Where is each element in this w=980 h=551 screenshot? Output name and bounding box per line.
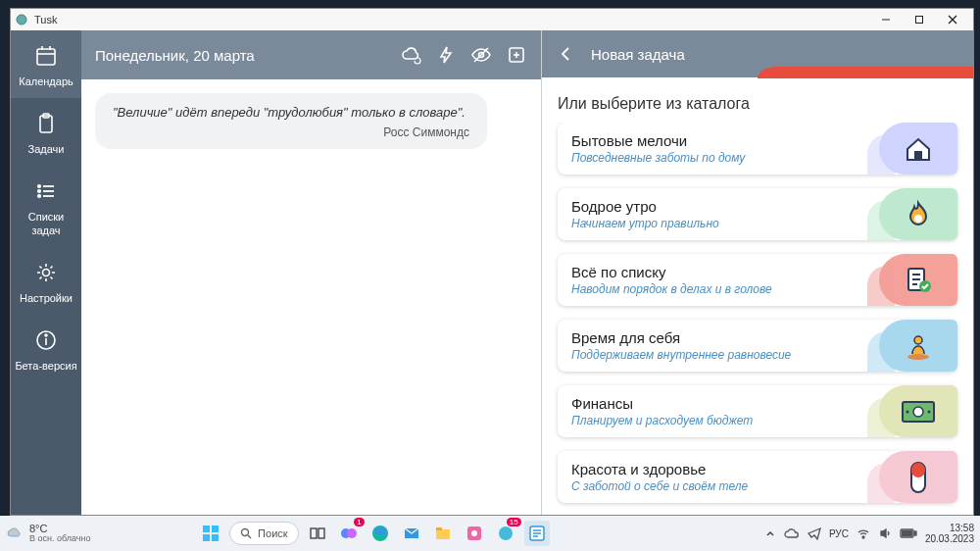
app-icon-blue[interactable]: 15 — [493, 521, 518, 546]
start-button[interactable] — [198, 521, 223, 546]
maximize-button[interactable] — [903, 9, 936, 30]
sidebar-label: Бета-версия — [15, 360, 76, 373]
app-icon-pink[interactable] — [462, 521, 487, 546]
card-subtitle: Начинаем утро правильно — [571, 217, 879, 230]
lightning-icon[interactable] — [435, 44, 457, 66]
svg-rect-42 — [203, 526, 210, 532]
card-title: Красота и здоровье — [571, 461, 879, 477]
taskview-icon[interactable] — [305, 521, 330, 546]
gear-icon — [32, 259, 60, 286]
clock-date: 20.03.2023 — [925, 533, 974, 544]
mail-icon[interactable] — [399, 521, 424, 546]
taskbar-search[interactable]: Поиск — [229, 522, 298, 545]
catalog-card-morning[interactable]: Бодрое утро Начинаем утро правильно — [558, 188, 957, 240]
card-subtitle: С заботой о себе и своём теле — [571, 479, 879, 493]
add-task-icon[interactable] — [506, 44, 527, 66]
edge-icon[interactable] — [368, 521, 393, 546]
svg-rect-43 — [212, 526, 219, 532]
catalog-card-list[interactable]: Всё по списку Наводим порядок в делах и … — [558, 254, 957, 306]
search-icon — [240, 527, 252, 539]
search-label: Поиск — [258, 527, 287, 539]
sidebar-item-calendar[interactable]: Календарь — [11, 30, 81, 98]
svg-point-11 — [38, 185, 40, 187]
card-subtitle: Поддерживаем внутреннее равновесие — [571, 348, 879, 362]
weather-desc: В осн. облачно — [29, 534, 90, 543]
svg-rect-62 — [914, 531, 916, 535]
right-column: Новая задача Или выберите из каталога Бы… — [542, 30, 973, 515]
taskbar-weather[interactable]: 8°C В осн. облачно — [6, 524, 90, 543]
card-subtitle: Планируем и расходуем бюджет — [571, 414, 879, 427]
main-area: Понедельник, 20 марта — [81, 30, 973, 515]
card-iconwrap — [879, 123, 957, 175]
app-icon — [15, 13, 28, 26]
svg-point-34 — [914, 336, 922, 344]
svg-rect-49 — [318, 528, 324, 538]
card-iconwrap — [879, 254, 957, 306]
quote-area: "Величие" идёт впереди "трудолюбия" толь… — [81, 79, 541, 163]
battery-icon[interactable] — [900, 527, 917, 539]
calendar-icon — [32, 42, 60, 70]
explorer-icon[interactable] — [430, 521, 456, 546]
svg-point-13 — [38, 190, 40, 192]
onedrive-icon[interactable] — [784, 527, 800, 539]
cloud-sync-icon[interactable] — [400, 44, 421, 66]
taskbar-clock[interactable]: 13:58 20.03.2023 — [925, 523, 974, 544]
card-title: Финансы — [571, 395, 879, 412]
right-header: Новая задача — [542, 30, 973, 77]
list-icon — [32, 177, 60, 205]
catalog-card-self[interactable]: Время для себя Поддерживаем внутреннее р… — [558, 320, 957, 372]
sidebar-item-tasks[interactable]: Задачи — [11, 98, 81, 166]
panel-title: Новая задача — [591, 46, 685, 63]
taskbar-center: Поиск 1 15 — [198, 521, 549, 546]
svg-point-27 — [914, 215, 922, 223]
minimize-button[interactable] — [869, 9, 903, 30]
clock-time: 13:58 — [950, 523, 974, 533]
catalog-card-household[interactable]: Бытовые мелочи Повседневные заботы по до… — [558, 123, 957, 175]
svg-point-57 — [471, 530, 477, 536]
banknote-icon — [901, 400, 936, 424]
quote-author: Росс Симмондс — [113, 125, 469, 139]
catalog-card-finance[interactable]: Финансы Планируем и расходуем бюджет — [558, 385, 957, 437]
chevron-up-icon[interactable] — [764, 527, 776, 539]
weather-icon — [6, 525, 24, 542]
svg-point-36 — [913, 407, 923, 417]
house-icon — [902, 132, 935, 166]
svg-point-20 — [45, 334, 47, 336]
quote-text: "Величие" идёт впереди "трудолюбия" толь… — [113, 105, 469, 120]
card-title: Бытовые мелочи — [571, 132, 879, 149]
volume-icon[interactable] — [878, 526, 892, 540]
close-button[interactable] — [936, 9, 969, 30]
chat-icon[interactable]: 1 — [336, 521, 362, 546]
card-iconwrap — [879, 188, 957, 240]
svg-rect-54 — [436, 529, 450, 539]
back-button[interactable] — [556, 44, 575, 64]
telegram-icon[interactable] — [808, 526, 821, 540]
sidebar-item-beta[interactable]: Бета-версия — [11, 315, 81, 382]
svg-point-46 — [242, 529, 249, 536]
language-indicator[interactable]: РУС — [829, 528, 849, 539]
catalog-card-health[interactable]: Красота и здоровье С заботой о себе и св… — [558, 451, 957, 503]
taskbar-tray: РУС 13:58 20.03.2023 — [764, 523, 974, 544]
tusk-taskbar-icon[interactable] — [524, 521, 550, 546]
window-title: Tusk — [34, 14, 57, 25]
svg-point-38 — [928, 410, 931, 413]
titlebar: Tusk — [11, 9, 973, 30]
sidebar-item-settings[interactable]: Настройки — [11, 247, 81, 315]
info-icon — [32, 326, 60, 354]
clipboard-icon — [32, 110, 60, 137]
wifi-icon[interactable] — [857, 526, 870, 540]
sidebar-item-lists[interactable]: Списки задач — [11, 166, 81, 246]
checklist-icon — [903, 265, 934, 296]
card-title: Бодрое утро — [571, 198, 879, 215]
taskbar: 8°C В осн. облачно Поиск 1 — [0, 516, 980, 551]
left-column: Понедельник, 20 марта — [81, 30, 542, 515]
svg-rect-2 — [916, 17, 923, 24]
quote-bubble: "Величие" идёт впереди "трудолюбия" толь… — [95, 93, 487, 149]
catalog-list: Бытовые мелочи Повседневные заботы по до… — [542, 123, 973, 515]
app-body: Календарь Задачи Списки задач Настройки — [11, 30, 973, 515]
svg-point-60 — [862, 536, 864, 538]
eye-off-icon[interactable] — [470, 44, 492, 66]
card-subtitle: Наводим порядок в делах и в голове — [571, 282, 879, 296]
meditation-icon — [903, 330, 934, 362]
svg-rect-44 — [203, 534, 210, 541]
